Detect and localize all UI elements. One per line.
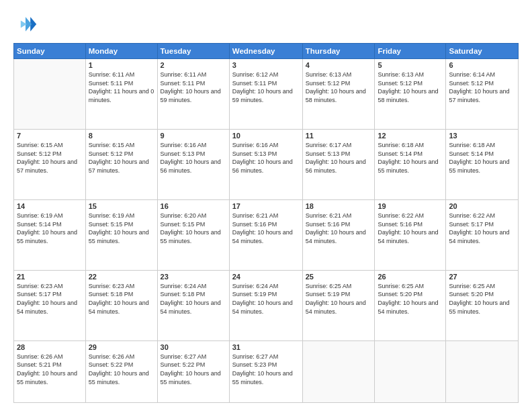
day-number: 11 [306, 132, 372, 140]
calendar-cell: 16Sunrise: 6:20 AMSunset: 5:15 PMDayligh… [157, 199, 229, 270]
calendar-cell: 31Sunrise: 6:27 AMSunset: 5:23 PMDayligh… [229, 340, 302, 402]
calendar-cell: 20Sunrise: 6:22 AMSunset: 5:17 PMDayligh… [446, 199, 519, 270]
day-info: Sunrise: 6:15 AMSunset: 5:12 PMDaylight:… [17, 141, 83, 175]
calendar-cell: 11Sunrise: 6:17 AMSunset: 5:13 PMDayligh… [302, 129, 375, 199]
calendar-cell: 3Sunrise: 6:12 AMSunset: 5:11 PMDaylight… [229, 59, 302, 130]
calendar-cell: 19Sunrise: 6:22 AMSunset: 5:16 PMDayligh… [375, 199, 446, 270]
day-number: 21 [17, 273, 83, 281]
calendar-day-header: Sunday [14, 44, 86, 59]
day-number: 12 [378, 132, 443, 140]
day-number: 8 [89, 132, 154, 140]
calendar-cell [302, 340, 375, 402]
day-info: Sunrise: 6:26 AMSunset: 5:21 PMDaylight:… [17, 353, 83, 386]
calendar-cell [446, 340, 519, 402]
logo [13, 12, 40, 36]
calendar-cell: 22Sunrise: 6:23 AMSunset: 5:18 PMDayligh… [85, 270, 157, 340]
day-info: Sunrise: 6:21 AMSunset: 5:16 PMDaylight:… [232, 212, 300, 245]
calendar-day-header: Friday [375, 44, 446, 59]
day-info: Sunrise: 6:26 AMSunset: 5:22 PMDaylight:… [89, 353, 154, 386]
day-number: 30 [161, 343, 226, 351]
day-number: 22 [89, 273, 154, 281]
logo-icon [13, 12, 38, 36]
calendar-cell: 28Sunrise: 6:26 AMSunset: 5:21 PMDayligh… [14, 340, 86, 402]
day-info: Sunrise: 6:18 AMSunset: 5:14 PMDaylight:… [378, 141, 443, 175]
page: SundayMondayTuesdayWednesdayThursdayFrid… [0, 0, 532, 411]
day-info: Sunrise: 6:17 AMSunset: 5:13 PMDaylight:… [306, 141, 372, 175]
day-number: 28 [17, 343, 83, 351]
day-info: Sunrise: 6:27 AMSunset: 5:22 PMDaylight:… [161, 353, 226, 386]
day-info: Sunrise: 6:15 AMSunset: 5:12 PMDaylight:… [89, 141, 154, 175]
day-number: 23 [161, 273, 226, 281]
calendar-cell: 17Sunrise: 6:21 AMSunset: 5:16 PMDayligh… [229, 199, 302, 270]
day-info: Sunrise: 6:16 AMSunset: 5:13 PMDaylight:… [232, 141, 300, 175]
calendar-cell: 1Sunrise: 6:11 AMSunset: 5:11 PMDaylight… [85, 59, 157, 130]
day-number: 2 [161, 61, 226, 69]
calendar-day-header: Thursday [302, 44, 375, 59]
day-number: 10 [232, 132, 300, 140]
day-info: Sunrise: 6:16 AMSunset: 5:13 PMDaylight:… [161, 141, 226, 175]
calendar-cell: 26Sunrise: 6:25 AMSunset: 5:20 PMDayligh… [375, 270, 446, 340]
day-number: 27 [449, 273, 515, 281]
day-number: 16 [161, 202, 226, 210]
day-number: 6 [449, 61, 515, 69]
calendar-cell: 9Sunrise: 6:16 AMSunset: 5:13 PMDaylight… [157, 129, 229, 199]
day-info: Sunrise: 6:14 AMSunset: 5:12 PMDaylight:… [449, 71, 515, 104]
calendar-cell: 13Sunrise: 6:18 AMSunset: 5:14 PMDayligh… [446, 129, 519, 199]
calendar-week-row: 28Sunrise: 6:26 AMSunset: 5:21 PMDayligh… [14, 340, 519, 402]
day-info: Sunrise: 6:12 AMSunset: 5:11 PMDaylight:… [232, 71, 300, 104]
calendar-day-header: Saturday [446, 44, 519, 59]
calendar-cell: 5Sunrise: 6:13 AMSunset: 5:12 PMDaylight… [375, 59, 446, 130]
header [13, 12, 519, 36]
calendar-cell: 24Sunrise: 6:24 AMSunset: 5:19 PMDayligh… [229, 270, 302, 340]
day-info: Sunrise: 6:11 AMSunset: 5:11 PMDaylight:… [89, 71, 154, 104]
calendar-cell [375, 340, 446, 402]
day-info: Sunrise: 6:21 AMSunset: 5:16 PMDaylight:… [306, 212, 372, 245]
day-info: Sunrise: 6:24 AMSunset: 5:19 PMDaylight:… [232, 282, 300, 316]
calendar-day-header: Wednesday [229, 44, 302, 59]
calendar-day-header: Tuesday [157, 44, 229, 59]
day-info: Sunrise: 6:19 AMSunset: 5:15 PMDaylight:… [89, 212, 154, 245]
day-number: 9 [161, 132, 226, 140]
day-number: 29 [89, 343, 154, 351]
day-info: Sunrise: 6:22 AMSunset: 5:16 PMDaylight:… [378, 212, 443, 245]
calendar-cell: 21Sunrise: 6:23 AMSunset: 5:17 PMDayligh… [14, 270, 86, 340]
day-number: 14 [17, 202, 83, 210]
calendar-cell: 2Sunrise: 6:11 AMSunset: 5:11 PMDaylight… [157, 59, 229, 130]
calendar-cell: 8Sunrise: 6:15 AMSunset: 5:12 PMDaylight… [85, 129, 157, 199]
day-number: 31 [232, 343, 300, 351]
day-number: 20 [449, 202, 515, 210]
day-number: 4 [306, 61, 372, 69]
day-info: Sunrise: 6:25 AMSunset: 5:20 PMDaylight:… [449, 282, 515, 316]
calendar-week-row: 14Sunrise: 6:19 AMSunset: 5:14 PMDayligh… [14, 199, 519, 270]
day-number: 26 [378, 273, 443, 281]
calendar-cell: 30Sunrise: 6:27 AMSunset: 5:22 PMDayligh… [157, 340, 229, 402]
day-number: 25 [306, 273, 372, 281]
day-info: Sunrise: 6:13 AMSunset: 5:12 PMDaylight:… [378, 71, 443, 104]
calendar-cell: 15Sunrise: 6:19 AMSunset: 5:15 PMDayligh… [85, 199, 157, 270]
day-info: Sunrise: 6:20 AMSunset: 5:15 PMDaylight:… [161, 212, 226, 245]
day-info: Sunrise: 6:19 AMSunset: 5:14 PMDaylight:… [17, 212, 83, 245]
day-info: Sunrise: 6:11 AMSunset: 5:11 PMDaylight:… [161, 71, 226, 104]
day-number: 17 [232, 202, 300, 210]
day-info: Sunrise: 6:23 AMSunset: 5:18 PMDaylight:… [89, 282, 154, 316]
day-info: Sunrise: 6:24 AMSunset: 5:18 PMDaylight:… [161, 282, 226, 316]
day-info: Sunrise: 6:18 AMSunset: 5:14 PMDaylight:… [449, 141, 515, 175]
day-number: 24 [232, 273, 300, 281]
day-info: Sunrise: 6:27 AMSunset: 5:23 PMDaylight:… [232, 353, 300, 386]
calendar-cell [14, 59, 86, 130]
calendar-cell: 4Sunrise: 6:13 AMSunset: 5:12 PMDaylight… [302, 59, 375, 130]
calendar-cell: 6Sunrise: 6:14 AMSunset: 5:12 PMDaylight… [446, 59, 519, 130]
calendar-week-row: 21Sunrise: 6:23 AMSunset: 5:17 PMDayligh… [14, 270, 519, 340]
calendar-cell: 18Sunrise: 6:21 AMSunset: 5:16 PMDayligh… [302, 199, 375, 270]
calendar-week-row: 1Sunrise: 6:11 AMSunset: 5:11 PMDaylight… [14, 59, 519, 130]
day-number: 3 [232, 61, 300, 69]
calendar-cell: 27Sunrise: 6:25 AMSunset: 5:20 PMDayligh… [446, 270, 519, 340]
day-info: Sunrise: 6:22 AMSunset: 5:17 PMDaylight:… [449, 212, 515, 245]
day-info: Sunrise: 6:25 AMSunset: 5:20 PMDaylight:… [378, 282, 443, 316]
day-number: 1 [89, 61, 154, 69]
day-number: 15 [89, 202, 154, 210]
calendar-cell: 7Sunrise: 6:15 AMSunset: 5:12 PMDaylight… [14, 129, 86, 199]
calendar-week-row: 7Sunrise: 6:15 AMSunset: 5:12 PMDaylight… [14, 129, 519, 199]
calendar-cell: 23Sunrise: 6:24 AMSunset: 5:18 PMDayligh… [157, 270, 229, 340]
calendar-cell: 29Sunrise: 6:26 AMSunset: 5:22 PMDayligh… [85, 340, 157, 402]
